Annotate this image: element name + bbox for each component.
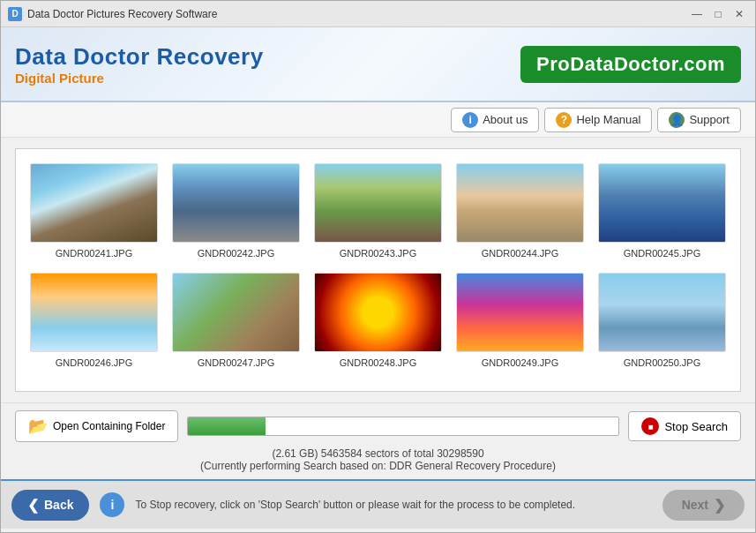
thumbnail-label: GNDR00242.JPG: [198, 248, 274, 259]
about-us-label: About us: [483, 113, 528, 126]
nav-bar: i About us ? Help Manual 👤 Support: [1, 102, 755, 138]
app-title-block: Data Doctor Recovery Digital Picture: [15, 43, 520, 86]
thumbnail[interactable]: [598, 163, 726, 243]
thumbnail-label: GNDR00243.JPG: [340, 248, 416, 259]
minimize-button[interactable]: —: [688, 5, 706, 23]
thumbnail-label: GNDR00246.JPG: [56, 357, 132, 368]
thumbnail[interactable]: [172, 273, 300, 352]
gallery-item: GNDR00249.JPG: [456, 273, 584, 368]
support-icon: 👤: [669, 112, 685, 128]
thumbnail[interactable]: [30, 273, 158, 352]
thumbnail-label: GNDR00247.JPG: [198, 357, 274, 368]
app-logo: ProDataDoctor.com: [520, 46, 741, 83]
app-footer: ❮ Back i To Stop recovery, click on 'Sto…: [1, 479, 755, 529]
thumbnail-label: GNDR00245.JPG: [624, 248, 700, 259]
gallery-item: GNDR00248.JPG: [314, 273, 442, 368]
help-manual-label: Help Manual: [576, 113, 640, 126]
title-bar-text: Data Doctor Pictures Recovery Software: [27, 8, 688, 20]
thumbnail-label: GNDR00248.JPG: [340, 357, 416, 368]
app-title-main: Data Doctor Recovery: [15, 43, 520, 71]
stop-search-label: Stop Search: [664, 420, 728, 433]
stop-icon: ■: [641, 417, 659, 435]
thumbnail[interactable]: [30, 163, 158, 243]
help-manual-button[interactable]: ? Help Manual: [544, 108, 652, 132]
gallery-frame[interactable]: GNDR00241.JPGGNDR00242.JPGGNDR00243.JPGG…: [15, 148, 741, 392]
gallery-item: GNDR00245.JPG: [598, 163, 726, 259]
back-label: Back: [44, 498, 73, 512]
gallery-item: GNDR00247.JPG: [172, 273, 300, 368]
support-label: Support: [689, 113, 730, 126]
stop-search-button[interactable]: ■ Stop Search: [628, 411, 741, 441]
open-folder-button[interactable]: 📂 Open Containing Folder: [15, 410, 178, 442]
back-button[interactable]: ❮ Back: [11, 490, 89, 521]
maximize-button[interactable]: □: [709, 5, 727, 23]
gallery-item: GNDR00243.JPG: [314, 163, 442, 259]
thumbnail[interactable]: [456, 273, 584, 352]
gallery-item: GNDR00241.JPG: [30, 163, 158, 259]
title-bar-controls: — □ ✕: [688, 5, 748, 23]
thumbnail[interactable]: [314, 273, 442, 352]
info-icon: i: [462, 112, 478, 128]
app-header: Data Doctor Recovery Digital Picture Pro…: [1, 27, 755, 102]
open-folder-label: Open Containing Folder: [53, 420, 165, 432]
about-us-button[interactable]: i About us: [451, 108, 539, 132]
thumbnail[interactable]: [598, 273, 726, 352]
main-content: GNDR00241.JPGGNDR00242.JPGGNDR00243.JPGG…: [1, 138, 755, 402]
app-title-sub: Digital Picture: [15, 71, 520, 86]
progress-area: 📂 Open Containing Folder ■ Stop Search (…: [1, 402, 755, 479]
progress-row: 📂 Open Containing Folder ■ Stop Search: [15, 410, 741, 442]
progress-bar-container: [187, 417, 619, 436]
footer-info-icon: i: [100, 492, 124, 517]
thumbnail-label: GNDR00250.JPG: [624, 357, 700, 368]
gallery-grid: GNDR00241.JPGGNDR00242.JPGGNDR00243.JPGG…: [30, 163, 726, 368]
thumbnail-label: GNDR00244.JPG: [482, 248, 558, 259]
search-status: (Currently performing Search based on: D…: [15, 460, 741, 472]
help-icon: ?: [556, 112, 572, 128]
back-chevron-icon: ❮: [27, 497, 39, 514]
next-button[interactable]: Next ❯: [662, 490, 745, 521]
thumbnail[interactable]: [172, 163, 300, 243]
support-button[interactable]: 👤 Support: [657, 108, 741, 132]
progress-stats: (2.61 GB) 5463584 sectors of total 30298…: [15, 447, 741, 460]
gallery-item: GNDR00244.JPG: [456, 163, 584, 259]
next-label: Next: [682, 498, 708, 512]
footer-message: To Stop recovery, click on 'Stop Search'…: [135, 499, 651, 511]
close-button[interactable]: ✕: [730, 5, 748, 23]
gallery-item: GNDR00242.JPG: [172, 163, 300, 259]
gallery-item: GNDR00250.JPG: [598, 273, 726, 368]
next-chevron-icon: ❯: [714, 497, 725, 514]
thumbnail[interactable]: [456, 163, 584, 243]
gallery-item: GNDR00246.JPG: [30, 273, 158, 368]
thumbnail[interactable]: [314, 163, 442, 243]
thumbnail-label: GNDR00249.JPG: [482, 357, 558, 368]
thumbnail-label: GNDR00241.JPG: [56, 248, 132, 259]
progress-bar-fill: [188, 417, 266, 435]
folder-icon: 📂: [28, 417, 48, 436]
app-icon: D: [8, 7, 22, 21]
title-bar: D Data Doctor Pictures Recovery Software…: [1, 1, 755, 27]
